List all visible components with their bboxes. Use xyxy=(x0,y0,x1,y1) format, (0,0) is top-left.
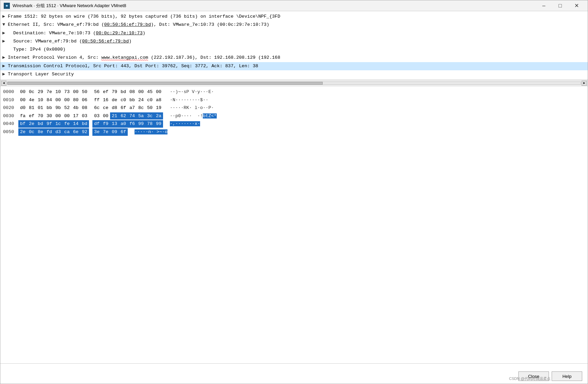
hex-byte[interactable]: 00 xyxy=(18,88,27,96)
hex-byte[interactable]: 9f xyxy=(45,120,54,128)
hex-byte[interactable]: ca xyxy=(63,128,71,136)
expander-icon[interactable]: ▶ xyxy=(2,30,8,37)
hex-byte[interactable]: 80 xyxy=(71,96,80,104)
hex-byte[interactable]: 13 xyxy=(110,120,119,128)
detail-row-ethernet[interactable]: ▼Ethernet II, Src: VMware_ef:79:bd (00:5… xyxy=(0,21,588,29)
hex-byte[interactable]: c0 xyxy=(145,96,154,104)
expander-icon[interactable]: ▶ xyxy=(2,71,8,78)
hex-byte[interactable]: 00 xyxy=(137,88,145,96)
expander-icon[interactable]: ▶ xyxy=(2,13,8,20)
hex-byte[interactable]: bd xyxy=(80,120,89,128)
hex-byte[interactable]: 19 xyxy=(154,104,163,112)
hex-byte[interactable]: 14 xyxy=(71,120,80,128)
hex-byte[interactable]: 16 xyxy=(101,96,110,104)
hex-byte[interactable]: 73 xyxy=(63,88,71,96)
scroll-left-arrow[interactable]: ◀ xyxy=(1,81,6,86)
hex-byte[interactable]: 00 xyxy=(101,112,110,120)
expander-icon[interactable]: ▼ xyxy=(2,21,8,28)
hex-byte[interactable]: bd xyxy=(36,120,45,128)
hex-byte[interactable]: 70 xyxy=(36,112,45,120)
hex-byte[interactable]: 99 xyxy=(154,120,163,128)
hex-byte[interactable]: 7e xyxy=(45,88,54,96)
hex-byte[interactable]: 81 xyxy=(27,104,36,112)
hex-byte[interactable]: 00 xyxy=(71,88,80,96)
hex-byte[interactable]: 10 xyxy=(54,88,63,96)
hex-byte[interactable]: 24 xyxy=(137,96,145,104)
hex-byte[interactable]: fa xyxy=(18,112,27,120)
hex-byte[interactable]: a7 xyxy=(128,104,137,112)
hex-byte[interactable]: a8 xyxy=(154,96,163,104)
hex-byte[interactable]: 5a xyxy=(137,112,145,120)
maximize-button[interactable]: □ xyxy=(552,0,568,11)
detail-row-eth-type[interactable]: Type: IPv4 (0x0800) xyxy=(0,45,588,54)
detail-row-eth-src[interactable]: ▶Source: VMware_ef:79:bd (00:50:56:ef:79… xyxy=(0,37,588,45)
hex-byte[interactable]: 2e xyxy=(18,128,27,136)
hex-byte[interactable]: bf xyxy=(18,120,27,128)
hex-byte[interactable]: 92 xyxy=(80,128,89,136)
hex-byte[interactable]: 1c xyxy=(54,120,63,128)
detail-row-ipv4[interactable]: ▶Internet Protocol Version 4, Src: www.k… xyxy=(0,54,588,62)
detail-row-frame[interactable]: ▶Frame 1512: 92 bytes on wire (736 bits)… xyxy=(0,13,588,21)
hex-byte[interactable]: 00 xyxy=(18,96,27,104)
hex-byte[interactable]: 30 xyxy=(45,112,54,120)
hex-byte[interactable]: 06 xyxy=(80,96,89,104)
expander-icon[interactable]: ▶ xyxy=(2,54,8,61)
hex-byte[interactable]: 10 xyxy=(36,96,45,104)
hex-byte[interactable]: 4e xyxy=(27,96,36,104)
hex-byte[interactable]: 01 xyxy=(36,104,45,112)
hex-byte[interactable]: 8e xyxy=(36,128,45,136)
hex-byte[interactable]: 62 xyxy=(119,112,128,120)
hex-byte[interactable]: 99 xyxy=(137,120,145,128)
hex-byte[interactable]: 09 xyxy=(110,128,119,136)
hex-byte[interactable]: 56 xyxy=(92,88,101,96)
hex-byte[interactable]: 3e xyxy=(92,128,101,136)
hex-byte[interactable]: 03 xyxy=(80,112,89,120)
hex-byte[interactable]: ff xyxy=(92,96,101,104)
hex-byte[interactable]: 3c xyxy=(145,112,154,120)
hex-byte[interactable]: 00 xyxy=(154,88,163,96)
hex-byte[interactable]: 6f xyxy=(119,128,128,136)
detail-row-eth-dst[interactable]: ▶Destination: VMware_7e:10:73 (00:0c:29:… xyxy=(0,29,588,37)
hex-byte[interactable]: 9b xyxy=(54,104,63,112)
hex-byte[interactable]: 84 xyxy=(45,96,54,104)
hex-byte[interactable]: 52 xyxy=(63,104,71,112)
hex-byte[interactable]: bd xyxy=(119,88,128,96)
detail-row-tcp[interactable]: ▶Transmission Control Protocol, Src Port… xyxy=(0,62,588,70)
hex-byte[interactable]: 79 xyxy=(110,88,119,96)
hex-byte[interactable]: d0 xyxy=(18,104,27,112)
hex-byte[interactable]: d3 xyxy=(54,128,63,136)
hex-byte[interactable]: 6e xyxy=(71,128,80,136)
hex-byte[interactable]: f9 xyxy=(101,120,110,128)
detail-row-tls[interactable]: ▶Transport Layer Security xyxy=(0,70,588,78)
hex-byte[interactable]: bb xyxy=(45,104,54,112)
hex-byte[interactable]: 00 xyxy=(63,112,71,120)
horizontal-scrollbar[interactable]: ◀ ▶ xyxy=(0,80,588,86)
hex-byte[interactable]: ef xyxy=(27,112,36,120)
expander-icon[interactable]: ▶ xyxy=(2,63,8,70)
hex-byte[interactable]: 7e xyxy=(101,128,110,136)
hex-byte[interactable]: 0c xyxy=(27,128,36,136)
hex-byte[interactable]: f6 xyxy=(128,120,137,128)
hex-byte[interactable]: 0c xyxy=(27,88,36,96)
scroll-track[interactable] xyxy=(7,81,581,85)
hex-byte[interactable]: 6f xyxy=(119,104,128,112)
hex-byte[interactable]: 6c xyxy=(92,104,101,112)
hex-byte[interactable]: 2e xyxy=(27,120,36,128)
hex-byte[interactable]: 2a xyxy=(154,112,163,120)
hex-byte[interactable]: a0 xyxy=(119,120,128,128)
hex-byte[interactable]: ce xyxy=(101,104,110,112)
hex-byte[interactable]: 74 xyxy=(128,112,137,120)
hex-byte[interactable]: 08 xyxy=(80,104,89,112)
help-button[interactable]: Help xyxy=(552,371,582,381)
hex-byte[interactable]: d8 xyxy=(110,104,119,112)
hex-byte[interactable]: 50 xyxy=(80,88,89,96)
minimize-button[interactable]: – xyxy=(536,0,552,11)
hex-byte[interactable]: 78 xyxy=(145,120,154,128)
hex-byte[interactable]: 00 xyxy=(54,112,63,120)
hex-byte[interactable]: fe xyxy=(63,120,71,128)
hex-byte[interactable]: 45 xyxy=(145,88,154,96)
hex-byte[interactable]: 29 xyxy=(36,88,45,96)
hex-byte[interactable]: 21 xyxy=(110,112,119,120)
hex-byte[interactable]: bb xyxy=(128,96,137,104)
hex-byte[interactable]: df xyxy=(92,120,101,128)
